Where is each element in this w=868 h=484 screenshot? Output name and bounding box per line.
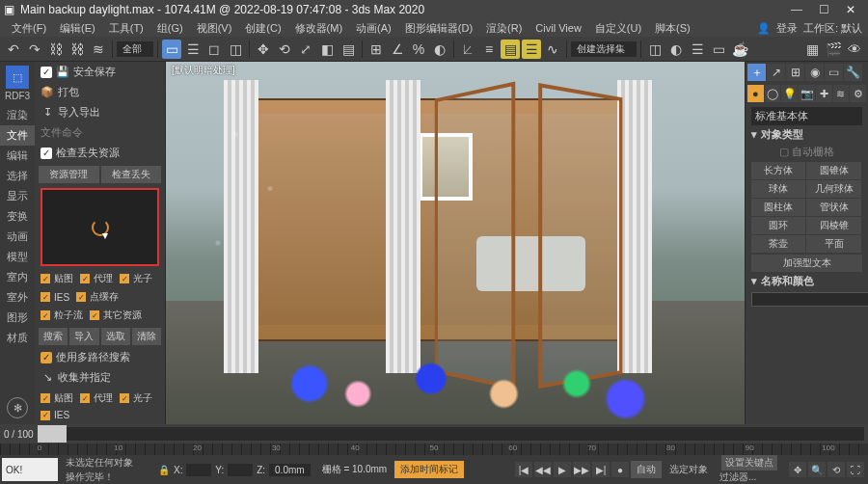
chk-otherres[interactable]: ✓其它资源 <box>88 307 146 324</box>
chk-proxy[interactable]: ✓代理 <box>78 270 117 287</box>
menu-animation[interactable]: 动画(A) <box>350 21 397 36</box>
lock-icon[interactable]: 🔒 <box>158 465 170 475</box>
maxscript-listener[interactable]: OK! <box>2 458 58 481</box>
snap-toggle[interactable]: ⊞ <box>366 40 386 59</box>
prim-tube[interactable]: 管状体 <box>806 199 860 216</box>
menu-create[interactable]: 创建(C) <box>239 21 286 36</box>
cmd-tab-motion[interactable]: ◉ <box>805 64 824 81</box>
import-button[interactable]: 导入 <box>69 328 98 345</box>
lefttab-anim[interactable]: 动画 <box>7 227 28 247</box>
placement-button[interactable]: ◧ <box>317 40 337 59</box>
select-name-button[interactable]: ☰ <box>183 40 203 59</box>
lefttab-transform[interactable]: 变换 <box>7 206 28 227</box>
chk-photon[interactable]: ✓光子 <box>118 270 156 287</box>
chk2-proxy[interactable]: ✓代理 <box>78 390 117 407</box>
chk-textures[interactable]: ✓贴图 <box>39 270 77 287</box>
add-time-tag-button[interactable]: 添加时间标记 <box>394 461 464 478</box>
check-lost-row[interactable]: ✓检查丢失资源 <box>35 143 165 163</box>
pick-button[interactable]: 选取 <box>101 328 130 345</box>
cmd-tab-hierarchy[interactable]: ⊞ <box>786 64 804 81</box>
prim-torus[interactable]: 圆环 <box>751 217 805 234</box>
select-object-button[interactable]: ▭ <box>162 40 181 59</box>
primitive-category[interactable]: 标准基本体 <box>751 107 862 125</box>
prev-frame-button[interactable]: ◀◀ <box>534 462 552 477</box>
prim-teapot[interactable]: 茶壶 <box>751 235 805 253</box>
lefttab-interior[interactable]: 室内 <box>7 267 28 287</box>
clear-button[interactable]: 清除 <box>132 328 161 345</box>
layers-button[interactable]: ▤ <box>501 40 520 59</box>
lefttab-file[interactable]: 文件 <box>0 125 35 146</box>
minimize-button[interactable]: — <box>783 0 810 19</box>
goto-end-button[interactable]: ▶| <box>592 462 610 477</box>
autogrid-check[interactable]: ▢ 自动栅格 <box>751 144 862 160</box>
lefttab-shape[interactable]: 图形 <box>7 308 28 328</box>
goto-start-button[interactable]: |◀ <box>515 462 532 477</box>
menu-civilview[interactable]: Civil View <box>529 22 586 34</box>
lefttab-exterior[interactable]: 室外 <box>7 287 28 308</box>
rotate-button[interactable]: ⟲ <box>275 40 294 59</box>
lefttab-material[interactable]: 材质 <box>7 328 28 348</box>
tab-resource-manage[interactable]: 资源管理 <box>39 166 99 183</box>
schematic-button[interactable]: ◫ <box>645 40 665 59</box>
menu-grapheditors[interactable]: 图形编辑器(D) <box>399 21 478 36</box>
import-export-row[interactable]: ↧导入导出 <box>35 102 165 122</box>
login-link[interactable]: 登录 <box>776 21 798 36</box>
chk2-textures[interactable]: ✓贴图 <box>39 390 77 407</box>
render-frame-button[interactable]: ▭ <box>709 40 728 59</box>
viewport-play-button[interactable]: 🎬 <box>824 40 843 59</box>
move-button[interactable]: ✥ <box>254 40 273 59</box>
selection-filter[interactable]: 全部 <box>117 41 153 57</box>
create-helpers[interactable]: ✚ <box>816 85 832 102</box>
vp-zoom-button[interactable]: 🔍 <box>808 462 826 477</box>
percent-snap[interactable]: % <box>409 40 428 59</box>
menu-view[interactable]: 视图(V) <box>191 21 238 36</box>
menu-group[interactable]: 组(G) <box>151 21 189 36</box>
vp-pan-button[interactable]: ✥ <box>789 462 806 477</box>
vp-orbit-button[interactable]: ⟲ <box>827 462 845 477</box>
cmd-tab-utilities[interactable]: 🔧 <box>844 64 862 81</box>
safe-save-row[interactable]: ✓💾安全保存 <box>35 62 165 82</box>
link-button[interactable]: ⛓ <box>46 40 66 59</box>
next-frame-button[interactable]: ▶▶ <box>573 462 590 477</box>
menu-modifiers[interactable]: 修改器(M) <box>289 21 349 36</box>
chk-pointcache[interactable]: ✓点缓存 <box>74 288 122 306</box>
key-mode-button[interactable]: ● <box>611 462 629 477</box>
preview-panel[interactable]: ▾ <box>41 188 159 266</box>
pack-row[interactable]: 📦打包 <box>35 82 165 102</box>
play-button[interactable]: ▶ <box>554 462 571 477</box>
refcoord-button[interactable]: ▤ <box>339 40 358 59</box>
prim-geosphere[interactable]: 几何球体 <box>806 180 860 198</box>
angle-snap[interactable]: ∠ <box>388 40 407 59</box>
window-crossing-button[interactable]: ◫ <box>226 40 245 59</box>
selected-label[interactable]: 选定对象 <box>669 463 708 476</box>
setkey-button[interactable]: 设置关键点 <box>721 455 777 471</box>
menu-edit[interactable]: 编辑(E) <box>54 21 101 36</box>
create-spacewarps[interactable]: ≋ <box>833 85 850 102</box>
tab-check-lost[interactable]: 检查丢失 <box>101 166 162 183</box>
unlink-button[interactable]: ⛓̷ <box>68 40 87 59</box>
chk-particle[interactable]: ✓粒子流 <box>39 307 87 324</box>
prim-textplus[interactable]: 加强型文本 <box>751 255 862 272</box>
time-slider[interactable] <box>38 427 864 441</box>
prim-cylinder[interactable]: 圆柱体 <box>751 199 805 216</box>
autokey-button[interactable]: 自动 <box>631 461 662 478</box>
close-button[interactable]: ✕ <box>837 0 864 19</box>
lefttab-display[interactable]: 显示 <box>7 186 28 206</box>
time-slider-thumb[interactable] <box>38 425 67 443</box>
select-rect-button[interactable]: ◻ <box>204 40 224 59</box>
bind-button[interactable]: ≋ <box>89 40 108 59</box>
menu-customize[interactable]: 自定义(U) <box>589 21 647 36</box>
search-button[interactable]: 搜索 <box>39 328 68 345</box>
material-editor-button[interactable]: ◐ <box>666 40 686 59</box>
redo-button[interactable]: ↷ <box>25 40 44 59</box>
menu-render[interactable]: 渲染(R) <box>480 21 528 36</box>
layer-explorer-button[interactable]: ☰ <box>522 40 541 59</box>
time-ruler[interactable]: 0102030405060708090100 <box>0 444 868 455</box>
cmd-tab-display[interactable]: ▭ <box>825 64 843 81</box>
lefttab-render[interactable]: 渲染 <box>7 105 28 125</box>
spinner-snap[interactable]: ◐ <box>430 40 449 59</box>
keyfilter-button[interactable]: 过滤器... <box>719 471 779 484</box>
prim-cone[interactable]: 圆锥体 <box>806 162 860 179</box>
lefttab-select[interactable]: 选择 <box>7 166 28 186</box>
chk2-photon[interactable]: ✓光子 <box>118 390 156 407</box>
